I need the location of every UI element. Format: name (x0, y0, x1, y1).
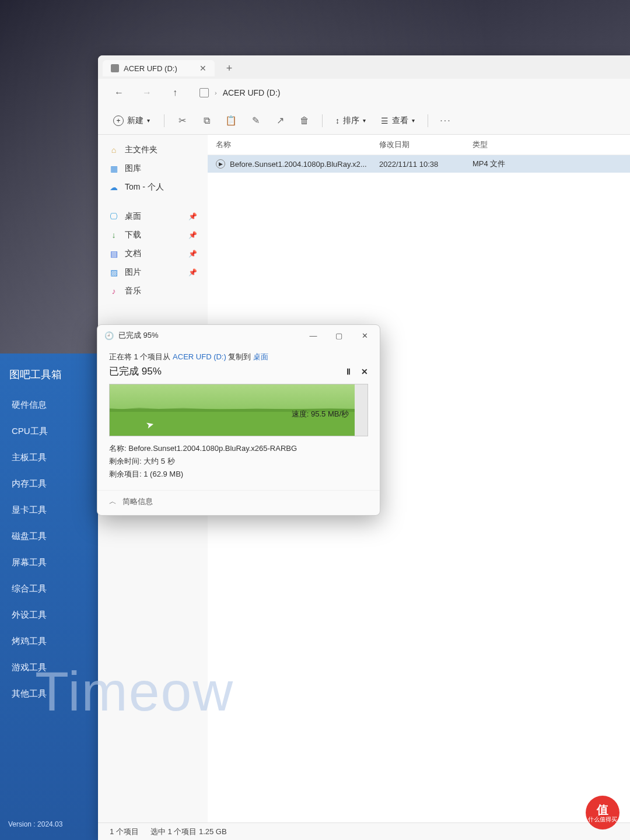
chevron-down-icon: ▾ (412, 117, 415, 124)
picture-icon: ▨ (108, 267, 119, 278)
copy-description: 正在将 1 个项目从 ACER UFD (D:) 复制到 桌面 (109, 352, 368, 362)
view-label: 查看 (392, 116, 408, 126)
detail-filename: Before.Sunset1.2004.1080p.BluRay.x265-RA… (128, 444, 297, 453)
pin-icon: 📌 (188, 212, 197, 220)
separator (322, 114, 323, 127)
sidebar-label: 下载 (125, 230, 141, 240)
pause-button[interactable]: Ⅱ (346, 367, 351, 376)
breadcrumb-drive[interactable]: ACER UFD (D:) (223, 88, 281, 97)
close-button[interactable]: ✕ (352, 327, 377, 344)
toolbox-item-memory[interactable]: 内存工具 (0, 471, 98, 497)
pin-icon: 📌 (188, 231, 197, 239)
home-icon: ⌂ (108, 145, 119, 155)
cut-button[interactable]: ✂ (172, 110, 192, 131)
cursor-icon: ➤ (145, 419, 155, 432)
sidebar-label: 图库 (125, 163, 141, 174)
tab-close-button[interactable]: ✕ (200, 64, 206, 73)
copy-details: 名称: Before.Sunset1.2004.1080p.BluRay.x26… (109, 442, 368, 481)
sidebar-item-gallery[interactable]: ▦ 图库 (103, 159, 203, 178)
new-button[interactable]: + 新建 ▾ (106, 112, 157, 130)
file-row[interactable]: ▶ Before.Sunset1.2004.1080p.BluRay.x2...… (208, 155, 630, 173)
badge-big: 值 (597, 803, 608, 816)
delete-button[interactable]: 🗑 (294, 110, 315, 131)
clock-icon: 🕘 (104, 331, 114, 340)
toolbox-item-screen[interactable]: 屏幕工具 (0, 550, 98, 576)
sidebar-label: 图片 (125, 267, 141, 278)
download-icon: ↓ (108, 230, 119, 240)
plus-icon: + (113, 116, 124, 126)
status-item-count: 1 个项目 (110, 827, 139, 837)
copy-source-link[interactable]: ACER UFD (D:) (173, 352, 226, 361)
desktop-icon: 🖵 (108, 211, 119, 222)
progress-label: 已完成 95% (109, 365, 162, 378)
file-type: MP4 文件 (473, 159, 622, 169)
sort-button[interactable]: ↕ 排序 ▾ (330, 112, 372, 130)
watermark-badge: 值 什么值得买 (586, 796, 620, 830)
watermark-text: Timeow (35, 660, 234, 723)
sidebar-item-music[interactable]: ♪ 音乐 (103, 282, 203, 300)
toolbox-item-motherboard[interactable]: 主板工具 (0, 444, 98, 471)
new-label: 新建 (127, 116, 144, 126)
cloud-icon: ☁ (108, 182, 119, 192)
sidebar-label: 主文件夹 (125, 145, 158, 155)
file-name: Before.Sunset1.2004.1080p.BluRay.x2... (230, 160, 367, 169)
sidebar-item-desktop[interactable]: 🖵 桌面 📌 (103, 207, 203, 226)
speed-label: 速度: 95.5 MB/秒 (292, 409, 349, 419)
sort-label: 排序 (343, 116, 359, 126)
sidebar-item-downloads[interactable]: ↓ 下载 📌 (103, 226, 203, 244)
separator (428, 114, 428, 127)
back-button[interactable]: ← (110, 83, 128, 102)
column-date[interactable]: 修改日期 (379, 139, 473, 150)
tab-active[interactable]: ACER UFD (D:) ✕ (103, 60, 215, 76)
nav-bar: ← → ↑ › ACER UFD (D:) (98, 79, 630, 107)
toolbox-item-hardware[interactable]: 硬件信息 (0, 392, 98, 418)
sidebar-item-documents[interactable]: ▤ 文档 📌 (103, 244, 203, 263)
toolbox-version: Version : 2024.03 (8, 820, 62, 828)
paste-button[interactable]: 📋 (220, 110, 242, 131)
toolbox-item-peripheral[interactable]: 外设工具 (0, 602, 98, 628)
dialog-title-bar[interactable]: 🕘 已完成 95% — ▢ ✕ (97, 325, 380, 346)
gallery-icon: ▦ (108, 163, 119, 174)
toolbox-item-stress[interactable]: 烤鸡工具 (0, 628, 98, 654)
sidebar-label: Tom - 个人 (125, 182, 164, 192)
toolbar: + 新建 ▾ ✂ ⧉ 📋 ✎ ↗ 🗑 ↕ 排序 ▾ ☰ 查看 ▾ ··· (98, 107, 630, 135)
sidebar-item-pictures[interactable]: ▨ 图片 📌 (103, 263, 203, 282)
more-button[interactable]: ··· (435, 110, 456, 131)
up-button[interactable]: ↑ (166, 83, 184, 102)
minimize-button[interactable]: — (300, 327, 326, 344)
document-icon: ▤ (108, 249, 119, 259)
drive-icon (111, 64, 119, 72)
copy-button[interactable]: ⧉ (196, 110, 217, 131)
pin-icon: 📌 (188, 250, 197, 258)
rename-button[interactable]: ✎ (245, 110, 266, 131)
column-type[interactable]: 类型 (473, 139, 622, 150)
column-name[interactable]: 名称 (216, 139, 379, 150)
view-button[interactable]: ☰ 查看 ▾ (375, 112, 421, 130)
file-date: 2022/11/11 10:38 (379, 160, 473, 169)
fewer-details-toggle[interactable]: ︿ 简略信息 (97, 490, 380, 515)
copy-dialog: 🕘 已完成 95% — ▢ ✕ 正在将 1 个项目从 ACER UFD (D:)… (97, 324, 380, 516)
share-button[interactable]: ↗ (270, 110, 290, 131)
sidebar-label: 桌面 (125, 211, 141, 222)
maximize-button[interactable]: ▢ (326, 327, 352, 344)
toolbox-item-combo[interactable]: 综合工具 (0, 576, 98, 602)
forward-button[interactable]: → (138, 83, 156, 102)
breadcrumb[interactable]: › ACER UFD (D:) (200, 88, 280, 97)
chevron-down-icon: ▾ (363, 117, 366, 124)
sidebar-item-onedrive[interactable]: ☁ Tom - 个人 (103, 178, 203, 197)
new-tab-button[interactable]: + (222, 62, 237, 75)
sort-icon: ↕ (335, 116, 340, 125)
chevron-down-icon: ▾ (147, 117, 150, 124)
music-icon: ♪ (108, 286, 119, 296)
toolbox-item-gpu[interactable]: 显卡工具 (0, 497, 98, 523)
sidebar-item-home[interactable]: ⌂ 主文件夹 (103, 141, 203, 159)
dialog-title: 已完成 95% (118, 330, 159, 341)
column-headers: 名称 修改日期 类型 (208, 135, 630, 155)
pin-icon: 📌 (188, 268, 197, 276)
copy-dest-link[interactable]: 桌面 (253, 352, 268, 361)
view-icon: ☰ (381, 116, 388, 125)
cancel-button[interactable]: ✕ (361, 367, 368, 376)
toolbox-item-cpu[interactable]: CPU工具 (0, 418, 98, 444)
separator (164, 114, 164, 127)
toolbox-item-disk[interactable]: 磁盘工具 (0, 523, 98, 550)
